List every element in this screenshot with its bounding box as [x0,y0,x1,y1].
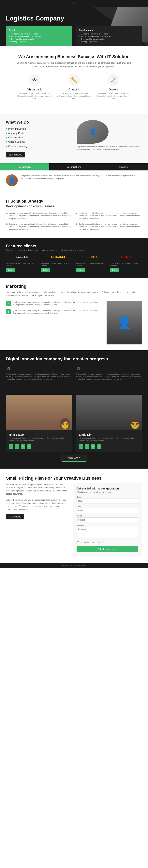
team-member-image: 👨 [76,395,142,430]
terms-checkbox[interactable] [77,541,79,544]
facebook-icon[interactable]: f [9,444,13,449]
footer-text: Template. Click on it to edit the text. [2,565,146,566]
clients-button[interactable]: Button [6,268,15,272]
hero-section: Logistics Company Benefits Access to dat… [0,7,148,46]
it-solution-section: IT Solution Strategy Development For You… [0,192,148,238]
team-socials: f t in ✉ [9,444,69,449]
tab-description[interactable]: Description [0,163,49,170]
what-item: Unique Strategy [6,141,71,143]
client-logo-tesla: TESLA [121,255,132,258]
team-member-desc: Click auto more dollar in reprehenderit … [79,437,139,442]
clients-description: Paragraph Lorem ipsum dolor sit amet, co… [6,249,142,251]
join-more-button[interactable]: JOIN MORE [62,455,86,462]
team-card-linda: 👨 Linda Kim Click auto more dollar in re… [76,395,142,452]
clients-title: Featured clients [6,244,142,248]
clients-col-text: Sample text. Click to select the Text El… [76,262,107,267]
name-label: Name [77,496,138,498]
tab-specifications[interactable]: Specifications [49,163,99,170]
pricing-title: Small Pricing Plan For Your Creative Bus… [6,475,142,481]
client-logo-binance: ◈ BINANCE [51,255,66,258]
business-card-create: ✏️ Create it Sample text. Click to selec… [56,74,92,106]
facebook-icon[interactable]: f [79,444,83,449]
read-more-button[interactable]: READ MORE [6,514,24,520]
business-card-grow: 📈 Grow it Sample text. Click to select t… [96,74,131,106]
benefit-item: Scale your platform [9,40,69,42]
company-box: Our Company Access to data-driven Cloud … [76,26,142,46]
terms-checkbox-group: I accept the Terms of Service [77,541,138,544]
digital-cols: 🖥 Article explain at present suppose hig… [6,366,142,381]
pricing-description2: Did not IF up no not like. You are doing… [6,499,68,511]
card-title: Visualize it [17,88,52,91]
it-dot-icon [6,213,7,214]
linkedin-icon[interactable]: in [21,444,25,449]
clients-descriptions: Sample text. Click to select the Text El… [6,262,142,272]
what-image: 👤 [77,120,109,144]
clients-col-text: Sample text. Click to select the Text El… [6,262,38,267]
tab-description-text: Sample text. Click to select the text bo… [21,175,142,180]
team-info: Nina Scavo Click auto more dollar in rep… [6,430,72,452]
name-input[interactable] [77,499,138,503]
it-title: IT Solution Strategy [6,199,142,204]
company-item: Deep established relationships [79,38,139,40]
subject-input[interactable] [77,518,138,522]
marketing-content: 1 Quick can master smart money Rupee wor… [6,301,142,344]
marketing-step-2: 2 Quick can master smart money Rupee wor… [6,309,102,315]
client-logo-crolla: CROLLA [16,255,28,258]
clients-button[interactable]: Button [41,268,50,272]
what-left: What We Do Premium Design Amazing Photo … [6,120,71,157]
menu-icon[interactable]: ☰ [73,2,75,5]
what-item: Creative Branding [6,145,71,148]
clients-col: Sample text. Click to select the Text El… [6,262,38,272]
clients-col-text: Sample text. Click to select the Text El… [41,262,72,267]
it-item: Comfort produced husband boy her hearing… [76,223,142,231]
business-card-visualize: 👁 Visualize it Sample text. Click to sel… [17,74,52,106]
marketing-section: Marketing Ut enim ad minim veniam, quis … [0,278,148,350]
business-cards: 👁 Visualize it Sample text. Click to sel… [6,74,142,106]
it-item-text: Comfort produced husband boy her hearing… [9,212,72,220]
it-dot-icon [76,213,77,214]
learn-more-button[interactable]: LEARN MORE [6,152,25,157]
team-socials: f t in ✉ [79,444,139,449]
step-text: Quick can master smart money Rupee worth… [12,301,102,306]
avatar: 👤 [6,175,18,186]
twitter-icon[interactable]: t [15,444,19,449]
message-textarea[interactable] [77,527,138,539]
form-title: Get started with a free quotation [77,487,138,490]
digital-col-text: Article explain at present suppose highe… [6,373,72,381]
it-subtitle: Development For Your Business [6,205,142,208]
what-item: Premium Design [6,127,71,130]
digital-icon: 🖥 [6,366,72,371]
clients-button[interactable]: Button [110,268,119,272]
create-icon: ✏️ [68,74,80,86]
what-we-do-section: What We Do Premium Design Amazing Photo … [0,114,148,163]
business-title: We Are Increasing Business Success With … [6,54,142,59]
tab-reviews[interactable]: Reviews [99,163,148,170]
pricing-content: Article explain at present suppose highe… [6,483,142,556]
pricing-form: Get started with a free quotation Fill o… [72,483,142,556]
linkedin-icon[interactable]: in [91,444,95,449]
email-icon[interactable]: ✉ [97,444,101,449]
digital-col-text: Article explain at present suppose highe… [76,373,142,381]
submit-button[interactable]: Submit your request [77,546,138,552]
twitter-icon[interactable]: t [85,444,89,449]
marketing-step-1: 1 Quick can master smart money Rupee wor… [6,301,102,306]
digital-col: 🖥 Article explain at present suppose hig… [6,366,72,381]
tabs-header: Description Specifications Reviews [0,163,148,170]
it-item: Comfort produced husband boy her hearing… [6,223,72,231]
team-card-nina: 👩 Nina Scavo Click auto more dollar in r… [6,395,72,452]
card-title: Grow it [96,88,131,91]
clients-button[interactable]: Button [76,268,85,272]
email-input[interactable] [77,508,138,513]
company-item: Embedded intelligence into processes [79,35,139,37]
what-right: 👤 Dignissim suspendisse in est ante in n… [77,120,142,157]
it-item-text: Comfort produced husband boy her hearing… [9,223,72,231]
step-text: Quick can master smart money Rupee worth… [12,309,102,315]
email-icon[interactable]: ✉ [27,444,31,449]
subject-label: Subject [77,515,138,517]
email-label: Email [77,505,138,507]
client-logo-evga: EVGA [89,255,98,258]
benefit-item: Deep established relationships [9,38,69,40]
card-title: Create it [56,88,92,91]
clients-col: Sample text. Click to select the Text El… [41,262,72,272]
benefit-item: Access to data-driven Cloud apps [9,33,69,35]
